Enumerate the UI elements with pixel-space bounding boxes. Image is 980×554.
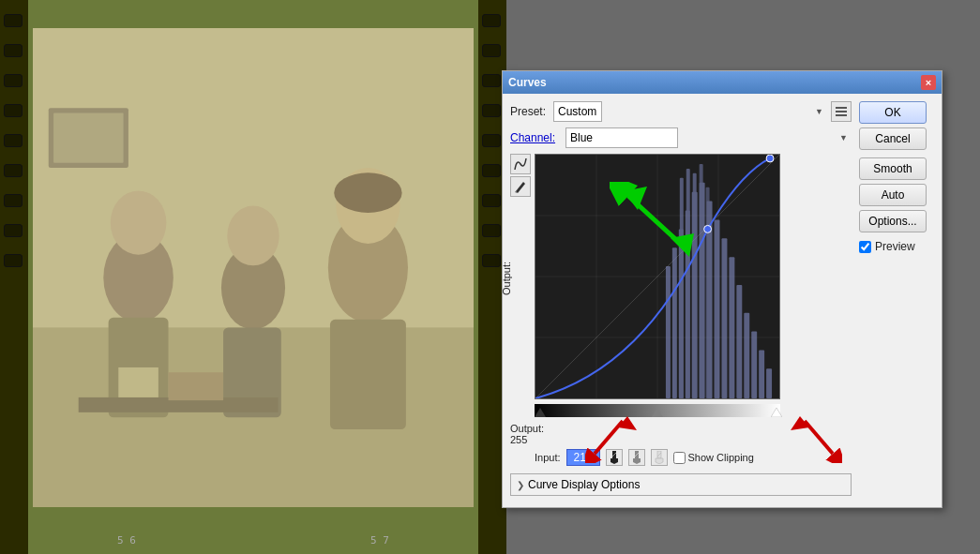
- dialog-titlebar: Curves ×: [503, 71, 942, 94]
- perf: [482, 74, 501, 87]
- curves-dialog: Curves × Preset: Custom: [502, 70, 942, 508]
- curve-display-options[interactable]: ❯ Curve Display Options: [510, 473, 852, 496]
- svg-rect-28: [666, 266, 671, 398]
- svg-rect-40: [751, 332, 757, 398]
- svg-marker-55: [771, 408, 782, 417]
- options-label: Options...: [868, 215, 916, 228]
- perf: [4, 224, 23, 237]
- show-clipping-checkbox[interactable]: [673, 452, 686, 464]
- svg-rect-16: [169, 372, 224, 400]
- film-perforations-left: [4, 0, 24, 554]
- pencil-icon: [514, 180, 527, 193]
- smooth-button[interactable]: Smooth: [859, 157, 927, 180]
- svg-point-8: [227, 205, 279, 265]
- photo-content: [33, 28, 474, 507]
- curve-display-options-label: Curve Display Options: [528, 478, 640, 491]
- perf: [4, 104, 23, 117]
- svg-rect-35: [715, 219, 720, 398]
- input-value: 217: [574, 451, 593, 464]
- perf: [482, 14, 501, 27]
- expand-icon: ❯: [517, 480, 524, 490]
- close-button[interactable]: ×: [921, 75, 936, 90]
- perf: [4, 74, 23, 87]
- svg-point-49: [704, 225, 712, 232]
- output-value-display: Output: 255: [510, 423, 544, 445]
- settings-icon: [835, 105, 848, 118]
- channel-label[interactable]: Channel:: [510, 131, 562, 144]
- svg-rect-39: [744, 313, 749, 398]
- perf: [4, 44, 23, 57]
- svg-rect-38: [736, 285, 742, 398]
- perf: [482, 164, 501, 177]
- preset-label: Preset:: [510, 105, 550, 118]
- frame-number-left: 5 6: [117, 534, 136, 547]
- curve-tools: [510, 154, 531, 402]
- preset-select[interactable]: Custom: [553, 101, 602, 122]
- perf: [4, 164, 23, 177]
- cancel-button[interactable]: Cancel: [859, 127, 927, 150]
- white-eyedropper-button[interactable]: [651, 449, 668, 466]
- svg-marker-54: [535, 408, 546, 417]
- curve-row: Output:: [510, 154, 852, 402]
- preset-row: Preset: Custom: [510, 101, 852, 122]
- input-row: Input: 217: [535, 449, 852, 466]
- svg-rect-47: [706, 187, 710, 398]
- black-eyedropper-button[interactable]: [606, 449, 623, 466]
- dialog-body: Preset: Custom Channel:: [503, 94, 942, 507]
- black-point-icon: [535, 408, 546, 417]
- white-eyedropper-icon: [654, 451, 665, 464]
- photo-scene: [33, 28, 474, 507]
- perf: [4, 254, 23, 267]
- svg-rect-3: [53, 112, 124, 162]
- svg-rect-46: [700, 164, 703, 398]
- curve-icon: [513, 157, 528, 172]
- options-button[interactable]: Options...: [859, 210, 927, 232]
- white-point-icon: [771, 408, 782, 417]
- frame-numbers: 5 6 5 7: [0, 534, 506, 547]
- dialog-left-panel: Preset: Custom Channel:: [510, 101, 852, 500]
- input-label: Input:: [535, 452, 561, 463]
- photo-background: 5 6 5 7: [0, 0, 506, 554]
- svg-rect-12: [330, 320, 406, 429]
- svg-rect-42: [766, 368, 772, 398]
- perf: [482, 194, 501, 207]
- auto-button[interactable]: Auto: [859, 184, 927, 206]
- cancel-label: Cancel: [875, 132, 910, 145]
- perf: [482, 44, 501, 57]
- svg-rect-37: [729, 257, 734, 398]
- ok-button[interactable]: OK: [859, 101, 927, 124]
- dialog-title: Curves: [508, 76, 547, 89]
- curve-canvas-container: Output:: [535, 154, 780, 402]
- preview-checkbox[interactable]: [859, 241, 871, 253]
- pencil-tool-button[interactable]: [510, 176, 531, 197]
- svg-point-48: [766, 155, 774, 162]
- perf: [482, 104, 501, 117]
- show-clipping-label: Show Clipping: [688, 452, 754, 463]
- mid-slider-thumb[interactable]: [652, 407, 663, 420]
- svg-point-5: [111, 191, 167, 255]
- svg-rect-44: [686, 169, 690, 398]
- perf: [482, 134, 501, 147]
- svg-rect-18: [836, 107, 847, 109]
- show-clipping-option[interactable]: Show Clipping: [673, 452, 754, 464]
- curve-area: Output:: [510, 154, 852, 496]
- frame-number-right: 5 7: [370, 534, 389, 547]
- svg-rect-17: [836, 111, 847, 112]
- curve-svg[interactable]: [535, 154, 780, 399]
- gradient-slider-area: [535, 402, 852, 417]
- gray-eyedropper-button[interactable]: [628, 449, 645, 466]
- black-point-thumb[interactable]: [535, 407, 546, 420]
- output-value-text: 255: [510, 434, 544, 445]
- output-label-inline: Output:: [510, 423, 544, 434]
- channel-select[interactable]: Blue: [565, 127, 678, 148]
- perf: [4, 134, 23, 147]
- preset-settings-button[interactable]: [831, 101, 852, 122]
- channel-select-wrapper: Blue: [565, 127, 852, 148]
- svg-marker-53: [652, 408, 663, 417]
- input-value-box: 217: [566, 449, 600, 466]
- auto-label: Auto: [882, 188, 905, 202]
- curve-tool-button[interactable]: [510, 154, 531, 174]
- svg-rect-41: [759, 350, 764, 398]
- white-point-thumb[interactable]: [771, 407, 782, 420]
- gray-eyedropper-icon: [631, 451, 642, 464]
